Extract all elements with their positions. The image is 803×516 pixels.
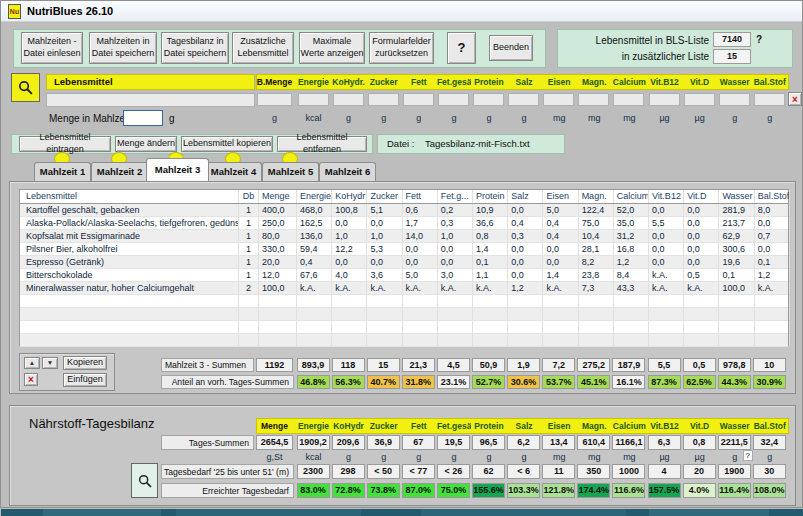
meal-table-cell: 0,0	[649, 230, 684, 242]
meal-sums-label: Mahlzeit 3 - Summen	[161, 358, 254, 372]
meal-sum-value: 5,5	[648, 358, 681, 372]
delete-row-button[interactable]: ×	[24, 373, 38, 386]
tab-mahlzeit-6[interactable]: Mahlzeit 6	[319, 162, 376, 181]
quit-button[interactable]: Beenden	[489, 35, 533, 61]
tab-mahlzeit-2[interactable]: Mahlzeit 2	[91, 162, 148, 181]
food-search-input[interactable]	[46, 93, 255, 107]
meal-table-row[interactable]: Kopfsalat mit Essigmarinade180,0136,01,0…	[20, 230, 788, 243]
save-daily-balance-button[interactable]: Tagesbilanz in Datei speichern	[161, 32, 229, 64]
meal-table-cell	[297, 295, 332, 307]
nutrient-filter-input[interactable]	[613, 93, 644, 106]
meal-table-cell: 8,0	[755, 204, 790, 216]
tab-mahlzeit-5[interactable]: Mahlzeit 5	[262, 162, 319, 181]
daily-unit-label: kcal	[297, 452, 331, 462]
nutrient-filter-input[interactable]	[508, 93, 539, 106]
button-label: Werte anzeigen	[300, 48, 364, 60]
save-meals-file-button[interactable]: Mahlzeiten in Datei speichern	[89, 32, 157, 64]
requirement-lookup-button[interactable]	[131, 463, 158, 498]
tab-mahlzeit-4[interactable]: Mahlzeit 4	[205, 162, 262, 181]
button-label: Datei einlesen	[22, 48, 82, 60]
meal-table-cell	[403, 295, 438, 307]
nutrient-filter-input[interactable]	[684, 93, 715, 106]
meal-sum-value: 187,9	[612, 358, 645, 372]
meal-table-cell	[614, 308, 649, 320]
add-food-button[interactable]: Lebensmittel eintragen	[19, 136, 111, 152]
meal-table-row[interactable]: Kartoffel geschält, gebacken1400,0468,01…	[20, 204, 788, 217]
nutrient-unit-label: mg	[577, 113, 611, 123]
taskbar[interactable]	[1, 509, 803, 516]
clear-search-button[interactable]: ×	[788, 92, 802, 106]
nutrient-filter-input[interactable]	[754, 93, 785, 106]
meal-table-row[interactable]: Alaska-Pollack/Alaska-Seelachs, tiefgefr…	[20, 217, 788, 230]
tab-mahlzeit-3[interactable]: Mahlzeit 3	[146, 158, 209, 181]
meal-table-cell: 1	[239, 230, 259, 242]
meal-share-percentage: 53.7%	[542, 375, 575, 389]
amount-in-meal-input[interactable]	[123, 110, 163, 126]
nutrient-filter-input[interactable]	[719, 93, 750, 106]
meal-table-empty-row	[20, 308, 788, 321]
change-amount-button[interactable]: Menge ändern	[115, 136, 177, 152]
tab-mahlzeit-1[interactable]: Mahlzeit 1	[34, 162, 91, 181]
meal-table-cell	[719, 295, 754, 307]
meal-table-header-cell: Bal.Stof	[755, 190, 790, 203]
nutrient-filter-input[interactable]	[473, 93, 504, 106]
meal-table-cell	[649, 334, 684, 346]
app-icon: Nu	[8, 4, 21, 19]
daily-balance-column-header: Bal.Stof	[753, 421, 787, 431]
paste-row-button[interactable]: Einfügen	[63, 373, 107, 387]
water-unit-help-icon[interactable]: ?	[743, 450, 753, 461]
daily-requirement-value: < 26	[437, 464, 470, 479]
remove-food-button[interactable]: Lebensmittel entfernen	[277, 136, 367, 152]
daily-balance-column-header: Energie	[297, 421, 331, 431]
copy-food-button[interactable]: Lebensmittel kopieren	[181, 136, 273, 152]
meal-table-cell	[614, 295, 649, 307]
nutrient-filter-input[interactable]	[438, 93, 469, 106]
move-row-down-button[interactable]: ▼	[42, 357, 58, 369]
meal-table-row[interactable]: Espresso (Getränk)120,00,40,00,00,00,00,…	[20, 256, 788, 269]
nutrient-filter-input[interactable]	[333, 93, 364, 106]
meal-table-cell	[719, 334, 754, 346]
help-button[interactable]: ?	[447, 32, 476, 64]
nutrient-filter-input[interactable]	[368, 93, 399, 106]
nutrient-filter-input[interactable]	[403, 93, 434, 106]
bls-help-icon[interactable]: ?	[756, 34, 762, 45]
meal-table-cell: 0,0	[367, 217, 402, 229]
meal-table-cell	[508, 295, 543, 307]
meal-table-row[interactable]: Bitterschokolade112,067,64,03,65,03,01,1…	[20, 269, 788, 282]
amount-in-meal-label: Menge in Mahlzeit	[49, 113, 130, 124]
daily-total-value: 0,8	[683, 435, 716, 450]
search-food-button[interactable]	[11, 73, 40, 102]
meal-table-cell: 0,0	[508, 269, 543, 281]
button-label: Datei speichern	[162, 48, 228, 60]
meal-table-cell: 1	[239, 243, 259, 255]
additional-foods-button[interactable]: Zusätzliche Lebensmittel	[232, 32, 294, 64]
meal-table-row[interactable]: Pilsner Bier, alkoholfrei1330,059,412,25…	[20, 243, 788, 256]
nutrient-filter-input[interactable]	[578, 93, 609, 106]
button-label: zurücksetzen	[370, 48, 433, 60]
meal-table-cell: 400,0	[259, 204, 297, 216]
copy-row-button[interactable]: Kopieren	[63, 356, 107, 370]
meal-table-cell: 0,0	[332, 217, 367, 229]
nutrient-filter-input[interactable]	[649, 93, 680, 106]
load-meals-file-button[interactable]: Mahlzeiten - Datei einlesen	[21, 32, 83, 64]
reset-form-fields-button[interactable]: Formularfelder zurücksetzen	[369, 32, 434, 64]
button-label: Datei speichern	[90, 48, 156, 60]
meal-table-header-row: LebensmittelDbMengeEnergieKoHydrZuckerFe…	[20, 190, 788, 204]
nutrient-filter-input[interactable]	[543, 93, 574, 106]
nutrient-column-header: B.Menge	[256, 77, 293, 87]
meal-table-cell	[20, 295, 239, 307]
meal-table-cell: 1,4	[473, 243, 508, 255]
show-max-values-button[interactable]: Maximale Werte anzeigen	[299, 32, 365, 64]
meal-table-cell	[579, 321, 614, 333]
daily-unit-label: µg	[683, 452, 717, 462]
daily-balance-column-header: KoHydr	[332, 421, 366, 431]
daily-requirement-value: 20	[683, 464, 716, 479]
nutrient-filter-input[interactable]	[257, 93, 292, 106]
daily-requirement-value: 298	[332, 464, 365, 479]
move-row-up-button[interactable]: ▲	[24, 357, 40, 369]
achieved-percentage: 174.4%	[577, 483, 610, 498]
meal-table-row[interactable]: Mineralwasser natur, hoher Calciumgehalt…	[20, 282, 788, 295]
meal-table-header-cell: Eisen	[543, 190, 578, 203]
bls-list-count-value: 7140	[713, 32, 751, 47]
nutrient-filter-input[interactable]	[298, 93, 329, 106]
